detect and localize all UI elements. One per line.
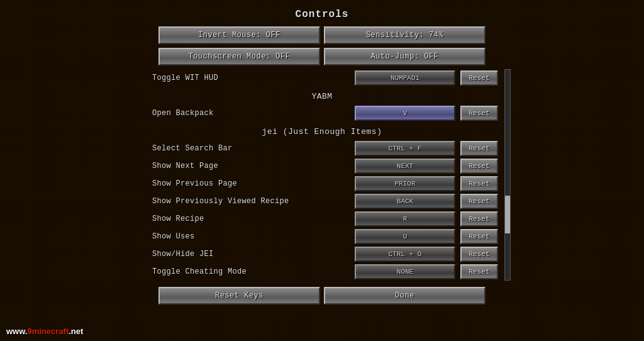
touchscreen-button[interactable]: Touchscreen Mode: OFF bbox=[158, 48, 320, 65]
control-row-show-prev-viewed: Show Previously Viewed Recipe BACK Reset bbox=[146, 193, 498, 210]
sensitivity-button[interactable]: Sensitivity: 74% bbox=[324, 26, 486, 44]
key-show-recipe[interactable]: R bbox=[355, 211, 455, 226]
control-row-select-search-bar: Select Search Bar CTRL + F Reset bbox=[146, 140, 498, 157]
key-show-hide-jei[interactable]: CTRL + O bbox=[355, 247, 455, 262]
control-label-show-prev-page: Show Previous Page bbox=[146, 179, 350, 188]
reset-show-next-page[interactable]: Reset bbox=[460, 159, 498, 174]
control-label-show-hide-jei: Show/Hide JEI bbox=[146, 250, 350, 259]
control-row-show-prev-page: Show Previous Page PRIOR Reset bbox=[146, 175, 498, 193]
control-row-show-recipe: Show Recipe R Reset bbox=[146, 210, 498, 228]
controls-area: Toggle WIT HUD NUMPAD1 Reset YABM Open B… bbox=[146, 69, 498, 281]
key-show-uses[interactable]: U bbox=[355, 229, 455, 244]
watermark: www.9minecraft.net bbox=[6, 327, 83, 336]
control-label-show-prev-viewed: Show Previously Viewed Recipe bbox=[146, 197, 350, 206]
reset-toggle-cheating[interactable]: Reset bbox=[460, 264, 498, 279]
invert-mouse-button[interactable]: Invert Mouse: OFF bbox=[158, 26, 320, 44]
control-label-show-next-page: Show Next Page bbox=[146, 162, 350, 170]
reset-open-backpack[interactable]: Reset bbox=[460, 106, 498, 121]
scrollbar-thumb[interactable] bbox=[505, 196, 510, 233]
reset-keys-button[interactable]: Reset Keys bbox=[158, 287, 320, 305]
reset-show-recipe[interactable]: Reset bbox=[460, 211, 498, 226]
page-title: Controls bbox=[296, 9, 349, 20]
control-row-show-uses: Show Uses U Reset bbox=[146, 228, 498, 245]
control-label-open-backpack: Open Backpack bbox=[146, 109, 350, 118]
key-show-prev-viewed[interactable]: BACK bbox=[355, 194, 455, 209]
reset-toggle-wit-hud[interactable]: Reset bbox=[460, 70, 498, 86]
reset-show-prev-viewed[interactable]: Reset bbox=[460, 194, 498, 209]
key-show-next-page[interactable]: NEXT bbox=[355, 159, 455, 174]
key-toggle-cheating[interactable]: NONE bbox=[355, 264, 455, 279]
reset-show-prev-page[interactable]: Reset bbox=[460, 176, 498, 191]
control-row-show-next-page: Show Next Page NEXT Reset bbox=[146, 157, 498, 175]
watermark-brand: 9minecraft bbox=[27, 327, 69, 336]
control-row-open-backpack: Open Backpack V Reset bbox=[146, 104, 498, 122]
top-buttons-row1: Invert Mouse: OFF Sensitivity: 74% bbox=[158, 26, 486, 44]
control-label-toggle-cheating: Toggle Cheating Mode bbox=[146, 267, 350, 276]
auto-jump-button[interactable]: Auto-Jump: OFF bbox=[324, 48, 486, 65]
key-show-prev-page[interactable]: PRIOR bbox=[355, 176, 455, 191]
control-row-show-hide-jei: Show/Hide JEI CTRL + O Reset bbox=[146, 245, 498, 263]
main-container: Controls Invert Mouse: OFF Sensitivity: … bbox=[0, 0, 644, 341]
bottom-buttons: Reset Keys Done bbox=[158, 287, 486, 305]
key-select-search-bar[interactable]: CTRL + F bbox=[355, 141, 455, 156]
reset-show-uses[interactable]: Reset bbox=[460, 229, 498, 244]
done-button[interactable]: Done bbox=[324, 287, 486, 305]
section-label-yabm: YABM bbox=[146, 92, 498, 101]
reset-select-search-bar[interactable]: Reset bbox=[460, 141, 498, 156]
control-label-show-uses: Show Uses bbox=[146, 232, 350, 241]
reset-show-hide-jei[interactable]: Reset bbox=[460, 247, 498, 262]
control-label-show-recipe: Show Recipe bbox=[146, 215, 350, 223]
top-buttons-row2: Touchscreen Mode: OFF Auto-Jump: OFF bbox=[158, 48, 486, 65]
watermark-prefix: www. bbox=[6, 327, 27, 336]
scrollbar[interactable] bbox=[504, 69, 511, 281]
watermark-suffix: .net bbox=[69, 327, 83, 336]
control-label-select-search-bar: Select Search Bar bbox=[146, 144, 350, 153]
control-row-toggle-wit-hud: Toggle WIT HUD NUMPAD1 Reset bbox=[146, 69, 498, 87]
key-open-backpack[interactable]: V bbox=[355, 106, 455, 121]
key-toggle-wit-hud[interactable]: NUMPAD1 bbox=[355, 70, 455, 86]
section-label-jei: jei (Just Enough Items) bbox=[146, 127, 498, 137]
control-row-toggle-cheating: Toggle Cheating Mode NONE Reset bbox=[146, 263, 498, 281]
control-label-toggle-wit-hud: Toggle WIT HUD bbox=[146, 74, 350, 82]
